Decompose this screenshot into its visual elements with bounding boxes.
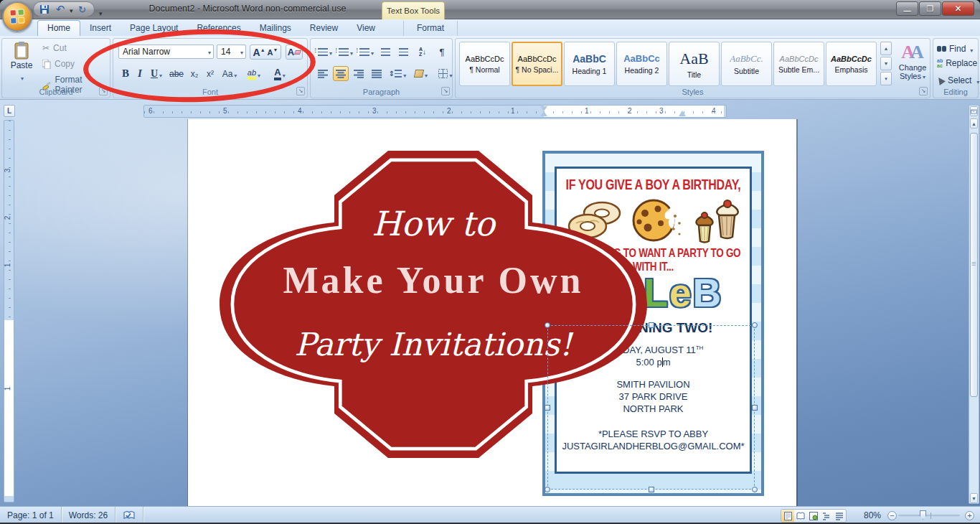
undo-button[interactable]	[54, 3, 67, 16]
zoom-in-button[interactable]: +	[965, 511, 974, 520]
selection-handle-top-right[interactable]	[752, 322, 758, 328]
quick-access-toolbar	[33, 1, 95, 17]
style-heading-2[interactable]: AaBbCcHeading 2	[616, 42, 667, 86]
word-window: Document2 - Microsoft Word non-commercia…	[0, 0, 980, 524]
zoom-slider-midpoint	[930, 513, 931, 519]
proofing-status[interactable]	[116, 507, 143, 524]
cut-button[interactable]: ✂ Cut	[42, 43, 67, 53]
zoom-slider-track[interactable]	[898, 515, 960, 517]
decrease-indent-button[interactable]	[377, 45, 393, 59]
borders-icon	[438, 69, 448, 78]
show-hide-pilcrow-button[interactable]: ¶	[434, 45, 450, 59]
tab-insert[interactable]: Insert	[80, 21, 121, 36]
sort-button[interactable]: AZ ↓	[413, 45, 432, 59]
minimize-button[interactable]	[896, 1, 918, 16]
save-icon[interactable]	[38, 3, 51, 16]
tab-stop-selector[interactable]	[4, 105, 15, 117]
multilevel-list-button[interactable]	[357, 45, 375, 59]
web-layout-view-button[interactable]	[807, 510, 820, 522]
print-layout-view-button[interactable]	[781, 510, 794, 522]
name-letter: B	[692, 271, 722, 315]
find-dropdown-icon	[969, 42, 973, 55]
sort-arrow-icon: ↓	[423, 48, 426, 56]
change-styles-icon: AA	[896, 42, 929, 63]
draft-view-button[interactable]	[833, 510, 846, 522]
editing-group: Find abac Replace Select Editing	[933, 38, 979, 98]
vertical-ruler[interactable]: 3 2 1 1	[4, 120, 14, 502]
zoom-slider-handle[interactable]	[920, 510, 926, 520]
styles-more-button[interactable]: ▾	[880, 72, 892, 85]
right-indent-marker[interactable]	[679, 111, 686, 116]
word-count[interactable]: Words: 26	[62, 507, 116, 524]
select-button[interactable]: Select	[937, 74, 979, 87]
outline-view-button[interactable]	[820, 510, 833, 522]
style-heading-1[interactable]: AaBbCHeading 1	[564, 42, 615, 86]
view-buttons	[781, 509, 847, 523]
style-subtle-emphasis[interactable]: AaBbCcDcSubtle Em...	[773, 42, 824, 86]
scroll-up-button[interactable]: ▲	[970, 118, 978, 128]
zoom-out-button[interactable]: −	[887, 511, 897, 520]
customize-qat-icon[interactable]	[99, 6, 103, 19]
tab-view[interactable]: View	[347, 21, 385, 36]
selection-handle-mid-left[interactable]	[545, 405, 550, 411]
document-page[interactable]: How to Make Your Own Party Invitations! …	[188, 119, 796, 506]
increase-indent-icon	[399, 48, 408, 56]
textbox-selection[interactable]	[547, 325, 755, 490]
badge-line-2: Make Your Own	[218, 259, 649, 301]
change-styles-button[interactable]: AA ChangeStyles	[896, 42, 929, 82]
selection-handle-bottom-right[interactable]	[752, 487, 758, 492]
scroll-down-button[interactable]: ▼	[970, 493, 978, 503]
paragraph-dialog-launcher[interactable]	[441, 87, 450, 95]
styles-dialog-launcher[interactable]	[919, 87, 928, 95]
find-button[interactable]: Find	[937, 42, 973, 55]
ruler-toggle-button[interactable]	[970, 106, 978, 116]
styles-scroll-up[interactable]: ▲	[880, 42, 892, 55]
numbering-button[interactable]	[336, 45, 354, 59]
undo-dropdown-icon[interactable]	[70, 3, 73, 16]
tab-format[interactable]: Format	[403, 21, 458, 36]
page-indicator[interactable]: Page: 1 of 1	[0, 507, 62, 524]
restore-button[interactable]	[919, 1, 941, 16]
binoculars-icon	[937, 46, 946, 52]
selection-handle-top-center[interactable]	[649, 322, 654, 328]
close-button[interactable]	[942, 1, 974, 16]
ribbon-tab-strip: Home Insert Page Layout References Maili…	[0, 19, 980, 36]
scrollbar-thumb[interactable]	[970, 133, 978, 397]
scissors-icon: ✂	[42, 43, 50, 53]
numbering-dropdown-icon	[349, 45, 353, 58]
styles-scroll-down[interactable]: ▼	[880, 57, 892, 70]
horizontal-ruler[interactable]: 6 5 4 3 2 1 1 2 3 4	[143, 105, 727, 118]
zoom-level[interactable]: 80%	[864, 510, 881, 520]
title-bar: Document2 - Microsoft Word non-commercia…	[0, 0, 980, 19]
paste-icon	[14, 42, 29, 60]
badge-line-1: How to	[218, 204, 649, 243]
redo-button[interactable]	[76, 3, 89, 16]
style-no-spacing[interactable]: AaBbCcDc¶ No Spaci...	[512, 42, 562, 86]
selection-handle-bottom-left[interactable]	[545, 487, 550, 492]
selection-handle-bottom-center[interactable]	[649, 487, 654, 492]
replace-button[interactable]: abac Replace	[937, 58, 977, 68]
office-button[interactable]	[2, 1, 32, 32]
selection-handle-top-left[interactable]	[545, 322, 550, 328]
vertical-scrollbar[interactable]: ▲ ▼	[969, 105, 979, 504]
change-styles-dropdown-icon	[921, 72, 925, 80]
style-title[interactable]: AaBTitle	[669, 42, 720, 86]
document-area: How to Make Your Own Party Invitations! …	[0, 100, 980, 506]
window-title: Document2 - Microsoft Word non-commercia…	[147, 4, 348, 14]
office-logo-icon	[9, 9, 24, 24]
indent-marker[interactable]	[540, 106, 547, 111]
replace-icon: abac	[937, 58, 943, 68]
tab-review[interactable]: Review	[301, 21, 347, 36]
increase-indent-button[interactable]	[395, 45, 411, 59]
style-emphasis[interactable]: AaBbCcDcEmphasis	[826, 42, 877, 86]
selection-handle-mid-right[interactable]	[752, 405, 758, 411]
full-screen-reading-view-button[interactable]	[794, 510, 807, 522]
style-normal[interactable]: AaBbCcDc¶ Normal	[459, 42, 510, 86]
style-subtitle[interactable]: AaBbCc.Subtitle	[721, 42, 772, 86]
tab-home[interactable]: Home	[37, 20, 80, 36]
select-dropdown-icon	[975, 74, 979, 87]
borders-button[interactable]	[434, 66, 457, 81]
shading-button[interactable]	[410, 66, 432, 81]
cupcakes-clipart	[690, 195, 740, 245]
numbering-icon	[337, 48, 349, 56]
